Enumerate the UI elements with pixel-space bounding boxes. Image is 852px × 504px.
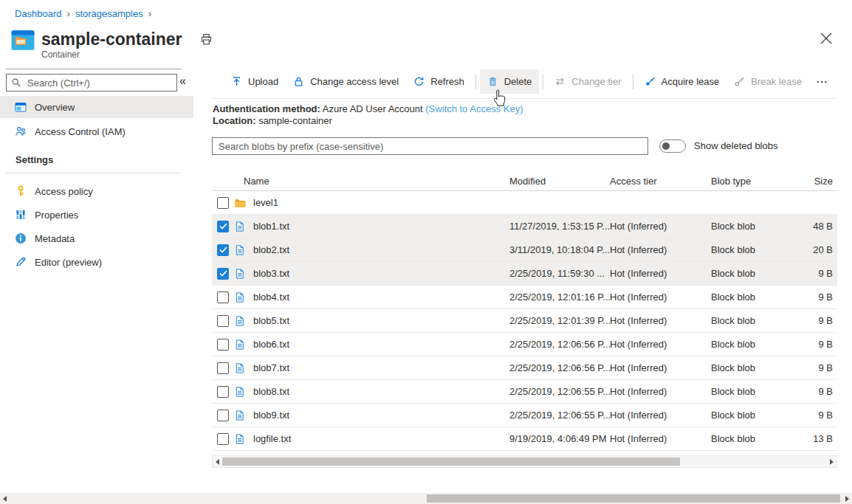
row-checkbox[interactable] — [217, 386, 229, 398]
upload-button[interactable]: Upload — [224, 69, 286, 94]
sidebar-search[interactable] — [6, 74, 177, 92]
change-tier-button[interactable]: Change tier — [547, 69, 628, 94]
page-header: sample-container Container — [11, 30, 182, 60]
collapse-sidebar-icon[interactable]: « — [179, 75, 186, 88]
blob-name[interactable]: blob8.txt — [253, 386, 509, 397]
blob-type: Block blob — [711, 410, 812, 421]
row-checkbox[interactable] — [217, 315, 229, 327]
blob-access-tier: Hot (Inferred) — [610, 410, 711, 421]
change-access-level-button[interactable]: Change access level — [286, 69, 406, 94]
row-checkbox[interactable] — [217, 268, 229, 280]
location-value: sample-container — [258, 115, 332, 126]
sidebar-item-overview[interactable]: Overview — [0, 96, 193, 118]
sidebar-item-label: Access Control (IAM) — [35, 126, 126, 137]
row-checkbox[interactable] — [217, 410, 229, 421]
sidebar-item-label: Access policy — [35, 186, 93, 197]
table-row[interactable]: blob7.txt 2/25/2019, 12:06:56 P... Hot (… — [212, 356, 837, 380]
lock-icon — [293, 76, 304, 87]
row-checkbox[interactable] — [217, 197, 229, 209]
row-icon-cell — [234, 362, 253, 374]
scroll-left-icon[interactable] — [3, 496, 7, 502]
show-deleted-blobs-toggle[interactable] — [659, 139, 686, 153]
row-checkbox[interactable] — [217, 339, 229, 351]
row-checkbox[interactable] — [217, 433, 229, 445]
blob-name[interactable]: blob1.txt — [253, 221, 509, 232]
blob-name[interactable]: logfile.txt — [253, 433, 509, 444]
scroll-left-icon[interactable] — [216, 459, 219, 465]
close-icon[interactable] — [819, 31, 834, 46]
table-row[interactable]: blob5.txt 2/25/2019, 12:01:39 P... Hot (… — [212, 309, 837, 333]
table-row[interactable]: blob1.txt 11/27/2019, 1:53:15 P... Hot (… — [212, 215, 837, 238]
bars-icon — [15, 209, 27, 221]
blob-prefix-search-input[interactable] — [212, 137, 648, 155]
check-icon — [219, 223, 227, 229]
container-icon — [11, 30, 35, 51]
sidebar-item-access-policy[interactable]: Access policy — [0, 180, 193, 202]
blob-size: 9 B — [812, 362, 837, 373]
column-header-blob-type[interactable]: Blob type — [711, 176, 812, 187]
page-horizontal-scrollbar[interactable] — [0, 493, 852, 504]
table-row[interactable]: blob3.txt 2/25/2019, 11:59:30 ... Hot (I… — [212, 262, 837, 286]
blob-type: Block blob — [711, 386, 812, 397]
sidebar-search-input[interactable] — [26, 77, 172, 89]
blob-name[interactable]: blob3.txt — [253, 268, 509, 279]
blob-type: Block blob — [711, 244, 812, 255]
page-title: sample-container — [41, 30, 182, 49]
table-row[interactable]: level1 — [212, 191, 837, 215]
breadcrumb-link-storagesamples[interactable]: storagesamples — [75, 8, 143, 19]
breadcrumb-link-dashboard[interactable]: Dashboard — [15, 8, 62, 19]
sidebar-item-label: Properties — [35, 210, 78, 221]
delete-button[interactable]: Delete — [480, 69, 540, 94]
table-scrollbar-thumb[interactable] — [222, 458, 680, 466]
column-header-name[interactable]: Name — [212, 176, 509, 187]
row-icon-cell — [234, 291, 253, 303]
row-checkbox[interactable] — [217, 221, 229, 232]
table-horizontal-scrollbar[interactable] — [212, 455, 837, 468]
blob-name[interactable]: blob5.txt — [253, 315, 509, 326]
row-checkbox[interactable] — [217, 362, 229, 374]
blob-table-body: level1 — [212, 191, 837, 451]
table-row[interactable]: blob2.txt 3/11/2019, 10:18:04 P... Hot (… — [212, 238, 837, 262]
sidebar-item-metadata[interactable]: Metadata — [0, 227, 193, 249]
column-header-modified[interactable]: Modified — [509, 176, 610, 187]
blob-name[interactable]: blob2.txt — [253, 244, 509, 255]
page-scrollbar-thumb[interactable] — [427, 494, 840, 503]
break-lease-button[interactable]: Break lease — [726, 69, 809, 94]
column-header-access-tier[interactable]: Access tier — [610, 176, 711, 187]
row-icon-cell — [234, 221, 253, 232]
print-icon[interactable] — [200, 33, 213, 46]
table-row[interactable]: blob6.txt 2/25/2019, 12:06:56 P... Hot (… — [212, 333, 837, 356]
scroll-right-icon[interactable] — [830, 459, 834, 465]
blob-modified: 2/25/2019, 11:59:30 ... — [509, 268, 610, 279]
blob-size: 9 B — [812, 339, 837, 350]
toolbar-divider — [212, 98, 837, 99]
more-commands-icon[interactable]: ··· — [809, 76, 836, 87]
blob-name[interactable]: level1 — [253, 197, 509, 208]
blob-modified: 2/25/2019, 12:06:56 P... — [509, 339, 610, 350]
row-checkbox[interactable] — [217, 291, 229, 303]
row-icon-cell — [234, 268, 253, 280]
table-row[interactable]: blob8.txt 2/25/2019, 12:06:55 P... Hot (… — [212, 380, 837, 404]
blob-name[interactable]: blob7.txt — [253, 362, 509, 373]
row-checkbox[interactable] — [217, 244, 229, 256]
blob-name[interactable]: blob4.txt — [253, 291, 509, 303]
switch-access-key-link[interactable]: (Switch to Access Key) — [425, 103, 523, 114]
blob-name[interactable]: blob6.txt — [253, 339, 509, 350]
blob-modified: 2/25/2019, 12:06:55 P... — [509, 410, 610, 421]
sidebar-item-access-control[interactable]: Access Control (IAM) — [0, 120, 193, 142]
column-header-size[interactable]: Size — [812, 176, 837, 187]
toolbar-separator — [475, 75, 476, 89]
scroll-right-icon[interactable] — [845, 496, 849, 502]
sidebar-item-properties[interactable]: Properties — [0, 204, 193, 226]
acquire-lease-button[interactable]: Acquire lease — [637, 69, 727, 94]
table-row[interactable]: blob4.txt 2/25/2019, 12:01:16 P... Hot (… — [212, 286, 837, 309]
table-row[interactable]: logfile.txt 9/19/2019, 4:06:49 PM Hot (I… — [212, 427, 837, 451]
info-icon — [15, 232, 27, 244]
table-row[interactable]: blob9.txt 2/25/2019, 12:06:55 P... Hot (… — [212, 404, 837, 427]
blob-name[interactable]: blob9.txt — [253, 410, 509, 421]
blob-size: 9 B — [812, 291, 837, 303]
refresh-button[interactable]: Refresh — [406, 69, 472, 94]
file-icon — [234, 268, 245, 280]
sidebar-item-label: Editor (preview) — [35, 257, 102, 268]
sidebar-item-editor[interactable]: Editor (preview) — [0, 251, 193, 273]
